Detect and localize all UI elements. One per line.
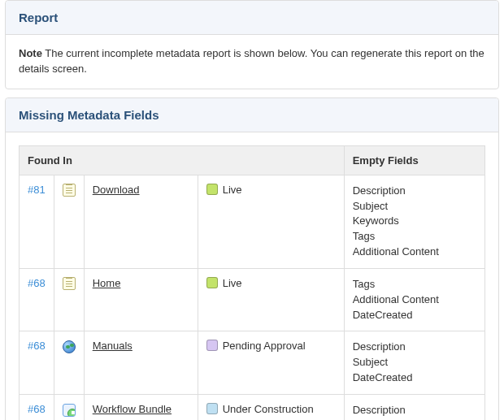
col-empty-fields: Empty Fields (344, 145, 484, 175)
empty-fields-cell: DescriptionSubjectKeywordsTagsAdditional… (344, 394, 484, 420)
empty-field: DateCreated (353, 308, 476, 323)
empty-field: Subject (353, 199, 476, 214)
page-icon (63, 277, 76, 290)
table-row: #68ManualsPending ApprovalDescriptionSub… (20, 331, 485, 395)
report-header: Report (6, 1, 498, 35)
asset-name-link[interactable]: Download (93, 184, 140, 196)
table-row: #81DownloadLiveDescriptionSubjectKeyword… (20, 175, 485, 268)
status-label: Under Construction (223, 403, 314, 415)
empty-field: Additional Content (353, 245, 476, 260)
note-label: Note (19, 47, 42, 59)
status-swatch (206, 277, 218, 288)
status-label: Live (223, 184, 242, 196)
globe-icon (63, 340, 76, 353)
asset-id-link[interactable]: #68 (28, 277, 46, 289)
empty-field: DateCreated (353, 370, 476, 386)
status-label: Live (223, 277, 242, 289)
col-found-in: Found In (20, 145, 345, 175)
asset-id-link[interactable]: #68 (28, 340, 46, 352)
missing-metadata-table: Found In Empty Fields #81DownloadLiveDes… (19, 145, 485, 420)
asset-name-link[interactable]: Home (93, 277, 121, 289)
note-text: The current incomplete metadata report i… (19, 47, 484, 75)
report-panel: Report Note The current incomplete metad… (5, 0, 499, 89)
empty-field: Tags (353, 277, 476, 292)
asset-name-link[interactable]: Manuals (93, 340, 133, 352)
empty-field: Tags (353, 229, 476, 245)
table-row: #68Workflow BundleUnder ConstructionDesc… (20, 394, 485, 420)
report-note: Note The current incomplete metadata rep… (6, 35, 498, 89)
empty-field: Subject (353, 355, 476, 370)
empty-field: Additional Content (353, 292, 476, 308)
missing-metadata-panel: Missing Metadata Fields Found In Empty F… (5, 97, 499, 420)
status-swatch (206, 340, 218, 351)
missing-metadata-header: Missing Metadata Fields (6, 98, 498, 132)
empty-fields-cell: TagsAdditional ContentDateCreated (344, 268, 484, 331)
bundle-icon (63, 404, 76, 417)
table-row: #68HomeLiveTagsAdditional ContentDateCre… (20, 268, 485, 331)
empty-field: Keywords (353, 214, 476, 229)
status-swatch (206, 184, 218, 195)
empty-field: Description (353, 184, 476, 199)
asset-name-link[interactable]: Workflow Bundle (93, 403, 172, 415)
status-swatch (206, 403, 218, 414)
empty-field: Description (353, 340, 476, 355)
empty-fields-cell: DescriptionSubjectDateCreated (344, 331, 484, 395)
empty-fields-cell: DescriptionSubjectKeywordsTagsAdditional… (344, 175, 484, 268)
asset-id-link[interactable]: #68 (28, 403, 46, 415)
status-label: Pending Approval (223, 340, 306, 352)
asset-id-link[interactable]: #81 (28, 184, 46, 196)
page-icon (63, 184, 76, 197)
empty-field: Description (353, 403, 476, 418)
